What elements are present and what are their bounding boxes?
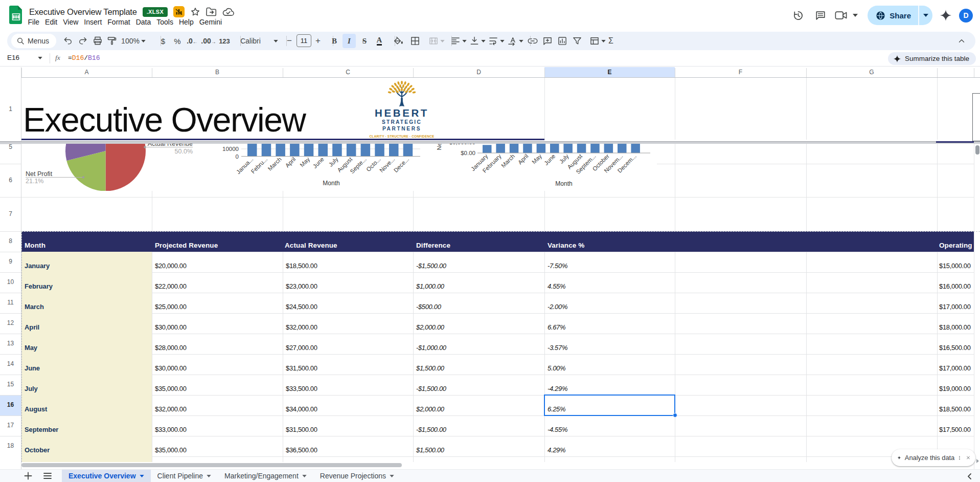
- cell-variance-october[interactable]: 4.29%: [548, 446, 675, 454]
- insert-comment-button[interactable]: [540, 34, 555, 48]
- cell-actual-january[interactable]: $18,500.00: [286, 262, 414, 270]
- comments-icon[interactable]: [809, 10, 832, 21]
- cell-projected-may[interactable]: $28,000.00: [155, 344, 283, 352]
- cell-difference-february[interactable]: $1,000.00: [416, 282, 544, 290]
- sheet-tab-marketing-engagement[interactable]: Marketing/Engagement: [218, 470, 313, 482]
- cell-actual-september[interactable]: $31,500.00: [286, 426, 414, 433]
- cell-difference-september[interactable]: -$1,500.00: [416, 426, 544, 433]
- cell-actual-june[interactable]: $31,500.00: [286, 364, 414, 372]
- cell-month-june[interactable]: June: [25, 364, 40, 372]
- insert-chart-button[interactable]: [555, 34, 570, 48]
- functions-button[interactable]: Σ: [604, 34, 618, 48]
- cell-projected-february[interactable]: $22,000.00: [155, 282, 283, 290]
- cell-month-march[interactable]: March: [25, 303, 44, 311]
- more-formats-button[interactable]: 123: [217, 34, 232, 48]
- compatibility-warning-icon[interactable]: [173, 6, 185, 17]
- menu-tools[interactable]: Tools: [154, 17, 176, 28]
- row-header-10[interactable]: 10: [0, 278, 21, 286]
- print-button[interactable]: [90, 34, 105, 48]
- share-caret[interactable]: [918, 6, 932, 25]
- table-header-row[interactable]: MonthProjected RevenueActual RevenueDiff…: [21, 231, 974, 252]
- cell-variance-july[interactable]: -4.29%: [548, 385, 675, 392]
- cell-month-july[interactable]: July: [25, 385, 38, 392]
- text-color-button[interactable]: A: [372, 34, 386, 48]
- row-header-11[interactable]: 11: [0, 299, 21, 306]
- menu-format[interactable]: Format: [105, 17, 133, 28]
- cell-projected-march[interactable]: $25,000.00: [155, 303, 283, 311]
- menu-view[interactable]: View: [60, 17, 81, 28]
- format-currency-button[interactable]: $: [156, 34, 170, 48]
- menu-data[interactable]: Data: [133, 17, 154, 28]
- cell-variance-may[interactable]: -3.57%: [548, 344, 675, 352]
- menus-search-button[interactable]: Menus: [11, 34, 56, 48]
- cell-difference-may[interactable]: -$1,000.00: [416, 344, 544, 352]
- cell-operating-august[interactable]: $18,500.00: [939, 405, 980, 413]
- cell-difference-august[interactable]: $2,000.00: [416, 405, 544, 413]
- selected-cell-outline[interactable]: [544, 395, 675, 416]
- menu-help[interactable]: Help: [176, 17, 196, 28]
- row-header-12[interactable]: 12: [0, 319, 21, 326]
- menu-gemini[interactable]: Gemini: [196, 17, 224, 28]
- row-header-15[interactable]: 15: [0, 381, 21, 388]
- decrease-font-size-button[interactable]: −: [283, 34, 296, 48]
- strikethrough-button[interactable]: S: [357, 34, 372, 48]
- fill-color-button[interactable]: [391, 34, 406, 48]
- row-header-16[interactable]: 16: [0, 401, 21, 408]
- cell-month-april[interactable]: April: [25, 323, 39, 331]
- version-history-icon[interactable]: [787, 10, 809, 21]
- select-all-corner[interactable]: [0, 67, 21, 78]
- paint-format-button[interactable]: [104, 34, 120, 48]
- sheet-title-cell[interactable]: Executive Overview: [23, 100, 306, 139]
- gemini-icon[interactable]: [932, 9, 959, 21]
- all-sheets-icon[interactable]: [38, 472, 57, 479]
- row-header-6[interactable]: 6: [0, 177, 21, 184]
- cell-projected-august[interactable]: $32,000.00: [155, 405, 283, 413]
- cell-variance-february[interactable]: 4.55%: [548, 282, 675, 290]
- vertical-scrollbar[interactable]: [975, 145, 979, 155]
- cell-operating-january[interactable]: $15,000.00: [939, 262, 980, 270]
- column-header-partial[interactable]: [937, 67, 974, 77]
- cell-actual-april[interactable]: $32,000.00: [286, 323, 414, 331]
- toolbar-collapse-icon[interactable]: [955, 36, 968, 46]
- cell-month-january[interactable]: January: [25, 262, 50, 270]
- sheet-grid[interactable]: Actual Revenue50.0%Net Profit21.1%100000…: [0, 144, 980, 469]
- row-header-13[interactable]: 13: [0, 340, 21, 347]
- format-percent-button[interactable]: %: [171, 34, 184, 48]
- cell-operating-march[interactable]: $17,000.00: [939, 303, 980, 311]
- more-options-icon[interactable]: [959, 454, 960, 462]
- menu-file[interactable]: File: [25, 17, 42, 28]
- cell-difference-july[interactable]: -$1,500.00: [416, 385, 544, 392]
- borders-button[interactable]: [407, 34, 423, 48]
- cell-actual-july[interactable]: $33,500.00: [286, 385, 414, 392]
- add-sheet-icon[interactable]: [18, 472, 38, 480]
- cell-difference-april[interactable]: $2,000.00: [416, 323, 544, 331]
- row-header-1[interactable]: 1: [0, 105, 21, 113]
- insert-link-button[interactable]: [525, 34, 540, 48]
- cloud-status-icon[interactable]: [222, 8, 234, 16]
- row-header-8[interactable]: 8: [0, 237, 21, 245]
- menu-edit[interactable]: Edit: [42, 17, 60, 28]
- cell-projected-january[interactable]: $20,000.00: [155, 262, 283, 270]
- create-filter-button[interactable]: [569, 34, 585, 48]
- italic-button[interactable]: I: [343, 34, 356, 48]
- cell-actual-october[interactable]: $36,500.00: [286, 446, 414, 454]
- column-header-F[interactable]: F: [675, 67, 806, 77]
- cell-actual-may[interactable]: $27,000.00: [286, 344, 414, 352]
- row-header-7[interactable]: 7: [0, 210, 21, 217]
- cell-operating-february[interactable]: $16,000.00: [939, 282, 980, 290]
- menu-insert[interactable]: Insert: [81, 17, 105, 28]
- cell-variance-january[interactable]: -7.50%: [548, 262, 675, 270]
- cell-month-february[interactable]: February: [25, 282, 53, 290]
- text-rotation-control[interactable]: [504, 34, 527, 48]
- cell-difference-january[interactable]: -$1,500.00: [416, 262, 544, 270]
- increase-font-size-button[interactable]: +: [311, 34, 325, 48]
- document-title[interactable]: Executive Overview Template: [29, 7, 137, 17]
- cell-variance-march[interactable]: -2.00%: [548, 303, 675, 311]
- cell-difference-march[interactable]: -$500.00: [416, 303, 544, 311]
- column-header-B[interactable]: B: [152, 67, 283, 77]
- fill-handle[interactable]: [673, 413, 677, 418]
- cell-actual-march[interactable]: $24,500.00: [286, 303, 414, 311]
- row-header-9[interactable]: 9: [0, 258, 21, 265]
- sheet-tab-caret-icon[interactable]: [390, 475, 394, 477]
- decrease-decimals-button[interactable]: .0←: [185, 34, 200, 48]
